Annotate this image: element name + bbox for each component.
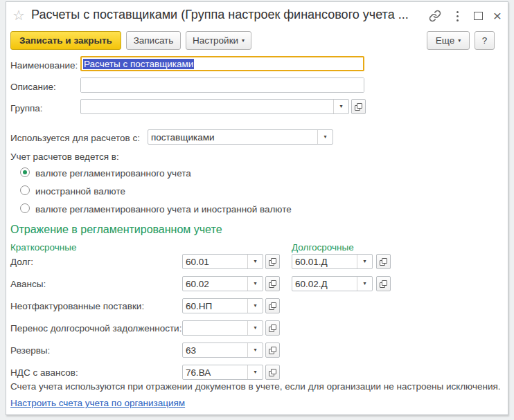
name-input-selected-text: Расчеты с поставщиками bbox=[83, 59, 194, 69]
dropdown-arrow-icon: ▾ bbox=[254, 303, 256, 309]
advances-short-pick-button[interactable] bbox=[265, 276, 280, 291]
name-label: Наименование: bbox=[10, 60, 78, 71]
dialog-window: ☆ Расчеты с поставщиками (Группа настрое… bbox=[6, 1, 508, 415]
longterm-transfer-account-input[interactable]: ▾ bbox=[182, 320, 263, 336]
debt-short-account-input[interactable]: 60.01 ▾ bbox=[182, 254, 263, 269]
account-row-label: Перенос долгосрочной задолженности: bbox=[10, 323, 181, 334]
account-value: 76.ВА bbox=[186, 367, 211, 378]
window-menu-icon[interactable] bbox=[450, 8, 465, 24]
account-value: 60.02.Д bbox=[295, 279, 328, 289]
account-value: 60.НП bbox=[186, 301, 212, 311]
pick-icon bbox=[269, 325, 276, 332]
group-input[interactable]: ▾ bbox=[80, 99, 349, 114]
advances-short-account-input[interactable]: 60.02 ▾ bbox=[182, 276, 263, 291]
advances-long-account-input[interactable]: 60.02.Д ▾ bbox=[292, 276, 373, 291]
dropdown-arrow-icon: ▾ bbox=[254, 281, 256, 286]
copy-link-icon[interactable] bbox=[427, 8, 443, 24]
pick-icon bbox=[355, 103, 362, 111]
debt-long-account-input[interactable]: 60.01.Д ▾ bbox=[292, 254, 373, 269]
pick-icon bbox=[269, 258, 276, 266]
debt-short-pick-button[interactable] bbox=[265, 254, 280, 269]
radio-regulated-currency[interactable] bbox=[20, 167, 30, 177]
account-dropdown-button[interactable]: ▾ bbox=[247, 277, 263, 291]
group-label: Группа: bbox=[10, 103, 43, 113]
uninvoiced-pick-button[interactable] bbox=[265, 298, 280, 313]
save-button[interactable]: Записать bbox=[126, 31, 181, 50]
help-button[interactable]: ? bbox=[475, 31, 495, 50]
dropdown-arrow-icon: ▾ bbox=[363, 259, 366, 264]
short-term-column-header: Краткосрочные bbox=[10, 242, 77, 253]
more-button-label: Еще bbox=[436, 35, 454, 46]
configure-accounts-link[interactable]: Настроить счета учета по организациям bbox=[10, 398, 185, 408]
account-dropdown-button[interactable]: ▾ bbox=[247, 365, 263, 379]
section-title: Отражение в регламентированном учете bbox=[10, 223, 222, 236]
group-dropdown-button[interactable]: ▾ bbox=[333, 100, 348, 113]
dropdown-arrow-icon: ▾ bbox=[363, 281, 366, 286]
account-value: 63 bbox=[186, 345, 196, 356]
account-row-label: Неотфактурованные поставки: bbox=[10, 301, 144, 311]
pick-icon bbox=[269, 280, 276, 288]
vat-advances-pick-button[interactable] bbox=[265, 365, 280, 380]
window-title: Расчеты с поставщиками (Группа настроек … bbox=[31, 8, 409, 22]
currency-group-label: Учет расчетов ведется в: bbox=[10, 152, 119, 162]
description-label: Описание: bbox=[10, 82, 56, 92]
favorite-star-icon[interactable]: ☆ bbox=[12, 7, 25, 24]
account-row-label: Долг: bbox=[10, 257, 33, 267]
titlebar: ☆ Расчеты с поставщиками (Группа настрое… bbox=[6, 2, 508, 28]
pick-icon bbox=[380, 258, 387, 266]
settings-button[interactable]: Настройки ▾ bbox=[186, 31, 251, 50]
used-for-dropdown-button[interactable]: ▾ bbox=[317, 130, 333, 144]
radio-foreign-currency[interactable] bbox=[20, 185, 30, 195]
description-input[interactable] bbox=[81, 78, 364, 92]
description-field bbox=[80, 77, 364, 93]
account-row-label: Резервы: bbox=[10, 345, 50, 356]
name-input[interactable]: Расчеты с поставщиками bbox=[80, 56, 364, 71]
dropdown-arrow-icon: ▾ bbox=[254, 369, 256, 375]
used-for-select[interactable]: поставщиками ▾ bbox=[148, 129, 333, 145]
account-value: 60.01.Д bbox=[295, 257, 328, 267]
debt-long-pick-button[interactable] bbox=[376, 254, 391, 269]
save-and-close-button[interactable]: Записать и закрыть bbox=[10, 31, 121, 50]
dropdown-arrow-icon: ▾ bbox=[254, 325, 256, 331]
reserves-account-input[interactable]: 63 ▾ bbox=[182, 343, 263, 358]
dropdown-arrow-icon: ▾ bbox=[339, 104, 342, 109]
used-for-value: поставщиками bbox=[151, 132, 214, 143]
pick-icon bbox=[269, 347, 276, 354]
settings-button-label: Настройки bbox=[193, 35, 238, 46]
used-for-label: Используется для расчетов с: bbox=[10, 133, 140, 143]
dropdown-arrow-icon: ▾ bbox=[458, 38, 461, 44]
account-dropdown-button[interactable]: ▾ bbox=[357, 255, 372, 268]
account-value: 60.02 bbox=[186, 279, 209, 289]
radio-regulated-currency-label[interactable]: валюте регламентированного учета bbox=[35, 168, 191, 179]
pick-icon bbox=[269, 302, 276, 310]
account-dropdown-button[interactable]: ▾ bbox=[247, 255, 263, 268]
vat-advances-account-input[interactable]: 76.ВА ▾ bbox=[182, 365, 263, 380]
account-dropdown-button[interactable]: ▾ bbox=[357, 277, 372, 291]
radio-selected-dot bbox=[23, 170, 27, 174]
account-row-label: Авансы: bbox=[10, 279, 46, 289]
close-icon[interactable]: × bbox=[490, 8, 505, 24]
account-value: 60.01 bbox=[186, 257, 209, 267]
long-term-column-header: Долгосрочные bbox=[292, 242, 354, 253]
pick-icon bbox=[269, 369, 276, 376]
dropdown-arrow-icon: ▾ bbox=[324, 134, 326, 140]
radio-foreign-currency-label[interactable]: иностранной валюте bbox=[35, 186, 125, 197]
account-dropdown-button[interactable]: ▾ bbox=[247, 321, 263, 335]
account-dropdown-button[interactable]: ▾ bbox=[247, 343, 263, 357]
more-button[interactable]: Еще ▾ bbox=[427, 31, 470, 50]
group-pick-button[interactable] bbox=[351, 99, 366, 114]
advances-long-pick-button[interactable] bbox=[376, 276, 391, 291]
dropdown-arrow-icon: ▾ bbox=[242, 38, 245, 44]
maximize-icon[interactable] bbox=[470, 8, 486, 24]
radio-both-currencies[interactable] bbox=[20, 203, 30, 213]
dropdown-arrow-icon: ▾ bbox=[254, 259, 256, 264]
longterm-transfer-pick-button[interactable] bbox=[265, 320, 280, 336]
radio-both-currencies-label[interactable]: валюте регламентированного учета и иност… bbox=[35, 204, 292, 214]
account-row-label: НДС с авансов: bbox=[10, 367, 78, 378]
uninvoiced-account-input[interactable]: 60.НП ▾ bbox=[182, 298, 263, 313]
reserves-pick-button[interactable] bbox=[265, 343, 280, 358]
footer-note: Счета учета используются при отражении д… bbox=[10, 381, 501, 392]
pick-icon bbox=[380, 280, 387, 288]
account-dropdown-button[interactable]: ▾ bbox=[247, 299, 263, 313]
dropdown-arrow-icon: ▾ bbox=[254, 347, 256, 353]
